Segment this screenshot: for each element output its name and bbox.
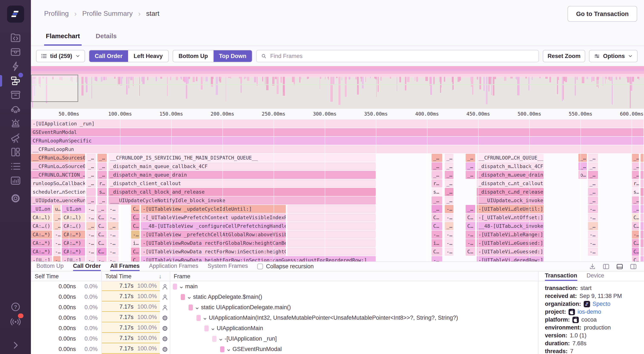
tab-flamechart[interactable]: Flamechart [44, 28, 82, 46]
flame-frame[interactable]: r… [98, 179, 107, 187]
flame-frame[interactable]: _UI…on [62, 205, 85, 213]
flame-frame[interactable]: _… [445, 154, 454, 162]
minimap-viewport[interactable] [31, 75, 78, 102]
table-tab-all-frames[interactable]: All Frames [110, 262, 140, 271]
layout-split-right-icon[interactable] [630, 263, 637, 270]
table-tab-system-frames[interactable]: System Frames [208, 262, 248, 271]
flame-frame[interactable] [640, 230, 644, 239]
flame-frame[interactable]: CA:…l) [62, 213, 85, 222]
flame-frame[interactable]: -[UIApplication _run] [31, 120, 644, 128]
flame-frame[interactable]: _UIUpdate…uenceRun [31, 196, 85, 204]
table-row[interactable]: 0.00ns0.0%7.17s100.0%static UIApplicatio… [31, 302, 538, 313]
find-frames-search[interactable] [256, 50, 539, 62]
table-row[interactable]: 0.00ns0.0%7.17s100.0%UIApplicationMain [31, 323, 538, 333]
flame-frame[interactable]: _… [98, 154, 107, 162]
flame-frame[interactable]: C… [466, 248, 475, 256]
flame-frame[interactable]: runloopSo…Callback [31, 179, 85, 187]
frame-name[interactable]: GSEventRunModal [232, 346, 282, 352]
table-tab-application-frames[interactable]: Application Frames [149, 262, 198, 271]
frame-name[interactable]: UIApplicationMain(Int32, UnsafeMutablePo… [209, 314, 458, 321]
table-row[interactable]: 0.00ns0.0%7.17s100.0%main [31, 281, 538, 292]
flame-frame[interactable]: -[U…:] [31, 256, 52, 261]
flame-frame[interactable]: _… [53, 222, 60, 230]
collapse-chevron-icon[interactable] [179, 284, 184, 289]
table-row[interactable]: 0.00ns0.0%7.17s100.0%GSEventRunModal [31, 344, 538, 354]
collapse-chevron-icon[interactable] [195, 305, 199, 310]
flame-frame[interactable]: _… [86, 196, 96, 204]
flame-frame[interactable]: CA:…*) [31, 248, 52, 256]
flame-frame[interactable]: C… [96, 222, 106, 230]
flame-frame[interactable] [86, 188, 96, 196]
flame-frame[interactable]: CA:…*) [62, 230, 85, 239]
flame-frame[interactable]: -… [445, 248, 454, 256]
broadcast-icon[interactable] [10, 316, 21, 327]
flame-frame[interactable]: C… [131, 213, 140, 222]
frame-cell[interactable]: main [170, 281, 538, 292]
flame-frame[interactable]: _… [578, 162, 587, 170]
flame-frame[interactable]: C… [466, 222, 475, 230]
flame-frame[interactable]: -… [86, 239, 95, 247]
flame-frame[interactable]: -[UITableVi…deredRow:] [477, 256, 544, 261]
flame-frame[interactable]: _… [632, 171, 639, 179]
flame-frame[interactable]: -… [86, 205, 95, 213]
sentry-logo[interactable] [7, 6, 24, 23]
flame-frame[interactable] [287, 239, 376, 247]
flame-frame[interactable]: ___UIUpdate…ock_invoke [477, 196, 544, 204]
flame-frame[interactable]: _… [578, 154, 587, 162]
column-total-time[interactable]: Total Time [105, 273, 132, 280]
flame-frame[interactable]: -… [588, 213, 598, 222]
flamechart[interactable]: -[UIApplication _run]GSEventRunModalCFRu… [31, 120, 644, 261]
flame-frame[interactable]: _… [86, 222, 95, 230]
flame-frame[interactable] [640, 179, 644, 187]
flame-frame[interactable] [287, 248, 376, 256]
flame-frame[interactable]: -… [445, 239, 454, 247]
flame-frame[interactable]: _dispatch_m…llback_4CF [477, 162, 544, 170]
flame-frame[interactable]: -[UITableViewRowData heightForRow:inSect… [141, 256, 376, 261]
table-row[interactable]: 0.00ns0.0%7.17s100.0%static AppDelegate.… [31, 292, 538, 302]
flame-frame[interactable]: _… [588, 171, 598, 179]
flame-frame[interactable]: i… [131, 239, 140, 247]
table-tab-bottom-up[interactable]: Bottom Up [36, 262, 64, 271]
flame-frame[interactable] [640, 248, 644, 256]
help-icon[interactable]: ? [10, 301, 21, 313]
flame-frame[interactable]: CA:…*) [62, 248, 85, 256]
frame-name[interactable]: static UIApplicationDelegate.main() [201, 304, 291, 311]
nav-stats-icon[interactable] [10, 175, 21, 186]
flame-frame[interactable]: -… [86, 248, 95, 256]
table-tab-call-order[interactable]: Call Order [73, 262, 101, 271]
flame-frame[interactable]: -[U…:] [62, 256, 85, 261]
collapse-chevron-icon[interactable] [219, 337, 223, 341]
flame-frame[interactable]: -… [445, 205, 454, 213]
flame-frame[interactable]: C… [432, 248, 442, 256]
nav-user-feedback-icon[interactable] [10, 103, 21, 115]
flame-frame[interactable] [287, 230, 376, 239]
go-to-transaction-button[interactable]: Go to Transaction [568, 6, 637, 22]
nav-alerts-icon[interactable] [10, 118, 21, 129]
flame-frame[interactable]: -… [86, 256, 95, 261]
flame-frame[interactable]: _UI…on [31, 205, 52, 213]
flame-frame[interactable] [640, 222, 644, 230]
flame-frame[interactable]: __48-[UITableView _configureCellPrefetch… [141, 222, 286, 230]
collapse-chevron-icon[interactable] [211, 326, 215, 330]
search-input[interactable] [270, 53, 534, 60]
flame-frame[interactable]: -[_UITableViewPrefetchContext updateVisi… [141, 213, 286, 222]
flame-frame[interactable]: -… [588, 239, 598, 247]
flame-frame[interactable]: _… [632, 196, 639, 204]
flame-frame[interactable]: _dispatch_main_queue_callback_4CF [108, 162, 376, 170]
call-order-button[interactable]: Call Order [89, 50, 128, 62]
flame-frame[interactable]: _… [445, 179, 454, 187]
flame-frame[interactable]: __CFRUNLO…NCTION_… [31, 171, 85, 179]
thread-selector[interactable]: tid (259) [36, 50, 85, 62]
flame-frame[interactable]: -[UITableVi…eGuessed:] [477, 239, 544, 247]
nav-dashboards-icon[interactable] [10, 146, 21, 158]
flame-frame[interactable]: o… [578, 171, 587, 179]
flame-frame[interactable]: scheduler…nSection [31, 188, 85, 196]
flame-frame[interactable]: CA:…() [62, 222, 85, 230]
flame-frame[interactable]: -… [466, 239, 475, 247]
frame-cell[interactable]: GSEventRunModal [170, 344, 538, 354]
top-down-button[interactable]: Top Down [214, 50, 252, 62]
flame-frame[interactable]: C… [432, 213, 442, 222]
flame-frame[interactable]: _… [432, 171, 442, 179]
flame-frame[interactable] [640, 162, 644, 170]
nav-issues-icon[interactable] [10, 46, 21, 58]
